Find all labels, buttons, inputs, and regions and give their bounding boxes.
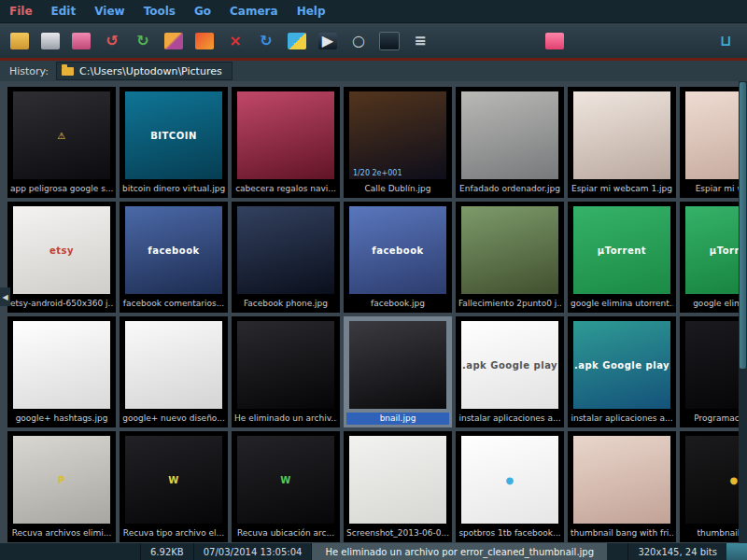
- thumbnail-cell[interactable]: WRecuva ubicación arc...: [232, 431, 340, 542]
- thumbnail-image[interactable]: .apk Google play: [573, 321, 670, 409]
- thumbnail-image[interactable]: etsy: [13, 206, 110, 294]
- zoom-button[interactable]: ○: [346, 29, 371, 53]
- thumbnail-image[interactable]: [461, 91, 558, 179]
- delete-icon: ×: [226, 33, 245, 49]
- thumbnail-cell[interactable]: ●thumbnail bitcoin: [680, 431, 747, 542]
- thumbnail-cell[interactable]: facebookfacebook comentarios...: [120, 202, 228, 313]
- thumbnail-image[interactable]: facebook: [349, 206, 446, 294]
- thumbnail-overlay-text: ⚠: [57, 131, 65, 141]
- menu-bar: FileEditViewToolsGoCameraHelp: [0, 0, 747, 23]
- uptodown-badge-button[interactable]: [543, 29, 567, 53]
- open-folder-button[interactable]: [7, 29, 32, 53]
- thumbnail-cell[interactable]: .apk Google playinstalar aplicaciones a.…: [456, 316, 564, 427]
- menu-item-tools[interactable]: Tools: [144, 5, 176, 18]
- redo-button[interactable]: ↻: [131, 29, 155, 53]
- photos-button[interactable]: [162, 29, 186, 53]
- thumbnail-cell[interactable]: thumbnail bang with fri...: [568, 431, 676, 542]
- open-folder-icon: [10, 33, 29, 49]
- image-dimensions: 320x145, 24 bits: [627, 543, 726, 560]
- thumbnail-overlay-text: .apk Google play: [462, 360, 557, 371]
- thumbnail-overlay-text: W: [280, 475, 291, 485]
- thumbnail-image[interactable]: ●: [461, 436, 558, 524]
- fullscreen-button[interactable]: [377, 29, 402, 53]
- thumbnail-cell[interactable]: WRecuva tipo archivo el...: [120, 431, 228, 542]
- statusbar-spacer: [0, 543, 140, 560]
- menu-item-edit[interactable]: Edit: [51, 5, 77, 18]
- thumbnail-cell[interactable]: PRecuva archivos elimi...: [7, 431, 116, 542]
- thumbnail-cell[interactable]: Programacion para: [680, 316, 747, 427]
- undo-button[interactable]: ↺: [100, 29, 124, 53]
- thumbnail-caption: facebook comentarios...: [122, 298, 225, 310]
- thumbnail-image[interactable]: [125, 321, 222, 409]
- history-path-field[interactable]: C:\Users\Uptodown\Pictures: [56, 62, 233, 80]
- thumbnail-image[interactable]: [349, 321, 446, 409]
- delete-button[interactable]: ×: [223, 29, 247, 53]
- thumbnail-cell[interactable]: .apk Google playinstalar aplicaciones a.…: [568, 316, 676, 427]
- refresh-button[interactable]: ↻: [254, 29, 278, 53]
- thumbnail-cell[interactable]: bnail.jpg: [344, 316, 452, 427]
- thumbnail-cell[interactable]: 1/20 2e+001Calle Dublín.jpg: [344, 87, 452, 198]
- copy-button[interactable]: [285, 29, 309, 53]
- thumbnail-caption: cabecera regalos navi...: [234, 183, 337, 195]
- collapse-panel-arrow-icon[interactable]: [0, 287, 10, 306]
- thumbnail-cell[interactable]: google+ hashtags.jpg: [7, 316, 116, 427]
- thumbnail-image[interactable]: [349, 436, 446, 524]
- thumbnail-cell[interactable]: Espiar mi webcam: [680, 87, 747, 198]
- settings-button[interactable]: ≡: [408, 29, 432, 53]
- menu-item-file[interactable]: File: [9, 5, 33, 18]
- thumbnail-image[interactable]: [573, 91, 670, 179]
- thumbnail-image[interactable]: µTorrent: [573, 206, 670, 294]
- save-as-button[interactable]: [69, 29, 93, 53]
- thumbnail-cell[interactable]: BITCOINbitcoin dinero virtual.jpg: [120, 87, 228, 198]
- thumbnail-image[interactable]: [237, 321, 334, 409]
- thumbnail-overlay-text: etsy: [49, 245, 74, 256]
- thumbnail-image[interactable]: BITCOIN: [125, 91, 222, 179]
- file-datetime: 07/03/2014 13:05:04: [193, 543, 312, 560]
- scrollbar-thumb[interactable]: [740, 82, 746, 369]
- thumbnail-cell[interactable]: google+ nuevo diseño...: [120, 316, 228, 427]
- thumbnail-image[interactable]: [573, 436, 670, 524]
- thumbnail-cell[interactable]: facebookfacebook.jpg: [344, 202, 452, 313]
- thumbnail-image[interactable]: 1/20 2e+001: [349, 91, 446, 179]
- thumbnail-image[interactable]: W: [125, 436, 222, 524]
- menu-item-go[interactable]: Go: [194, 5, 211, 18]
- thumbnail-image[interactable]: [237, 91, 334, 179]
- thumbnail-caption: facebook.jpg: [346, 298, 449, 310]
- thumbnail-cell[interactable]: Enfadado ordenador.jpg: [456, 87, 564, 198]
- thumbnail-image[interactable]: .apk Google play: [461, 321, 558, 409]
- thumbnail-image[interactable]: [461, 206, 558, 294]
- thumbnail-cell[interactable]: Facebook phone.jpg: [232, 202, 340, 313]
- effects-button[interactable]: [192, 29, 217, 53]
- thumbnail-cell[interactable]: He eliminado un archiv...: [232, 316, 340, 427]
- thumbnail-caption: google+ hashtags.jpg: [10, 413, 113, 425]
- thumbnail-image[interactable]: P: [13, 436, 110, 524]
- thumbnail-cell[interactable]: Espiar mi webcam 1.jpg: [568, 87, 676, 198]
- slideshow-button[interactable]: ▶: [316, 29, 340, 53]
- thumbnail-image[interactable]: [13, 321, 110, 409]
- vertical-scrollbar[interactable]: [739, 81, 747, 543]
- thumbnail-cell[interactable]: µTorrentgoogle elimina utorrent...: [568, 202, 676, 313]
- thumbnail-caption: thumbnail bang with fri...: [571, 527, 673, 539]
- thumbnail-cell[interactable]: ●spotbros 1tb facebook...: [456, 431, 564, 542]
- thumbnail-caption: spotbros 1tb facebook...: [458, 527, 561, 539]
- thumbnail-caption: Recuva ubicación arc...: [234, 527, 337, 539]
- thumbnail-cell[interactable]: Screenshot_2013-06-0...: [344, 431, 452, 542]
- thumbnail-cell[interactable]: etsyetsy-android-650x360 j...: [7, 202, 116, 313]
- print-button[interactable]: [38, 29, 63, 53]
- thumbnail-cell[interactable]: ⚠app peligrosa google s...: [7, 87, 116, 198]
- folder-icon: [62, 67, 74, 76]
- menu-item-view[interactable]: View: [94, 5, 124, 18]
- thumbnail-image[interactable]: ⚠: [13, 91, 110, 179]
- thumbnail-cell[interactable]: µTorrentgoogle elimina utor: [680, 202, 747, 313]
- thumbnail-image[interactable]: W: [237, 436, 334, 524]
- thumbnail-image[interactable]: [237, 206, 334, 294]
- cart-button[interactable]: ⊔: [713, 29, 738, 53]
- thumbnail-cell[interactable]: cabecera regalos navi...: [232, 87, 340, 198]
- thumbnail-caption: Enfadado ordenador.jpg: [458, 183, 561, 195]
- menu-item-help[interactable]: Help: [297, 5, 326, 18]
- thumbnail-image[interactable]: facebook: [125, 206, 222, 294]
- thumbnail-caption: Recuva tipo archivo el...: [122, 527, 225, 539]
- thumbnail-cell[interactable]: Fallecimiento 2punto0 j...: [456, 202, 564, 313]
- thumbnail-overlay-text: BITCOIN: [150, 131, 197, 141]
- menu-item-camera[interactable]: Camera: [230, 5, 278, 18]
